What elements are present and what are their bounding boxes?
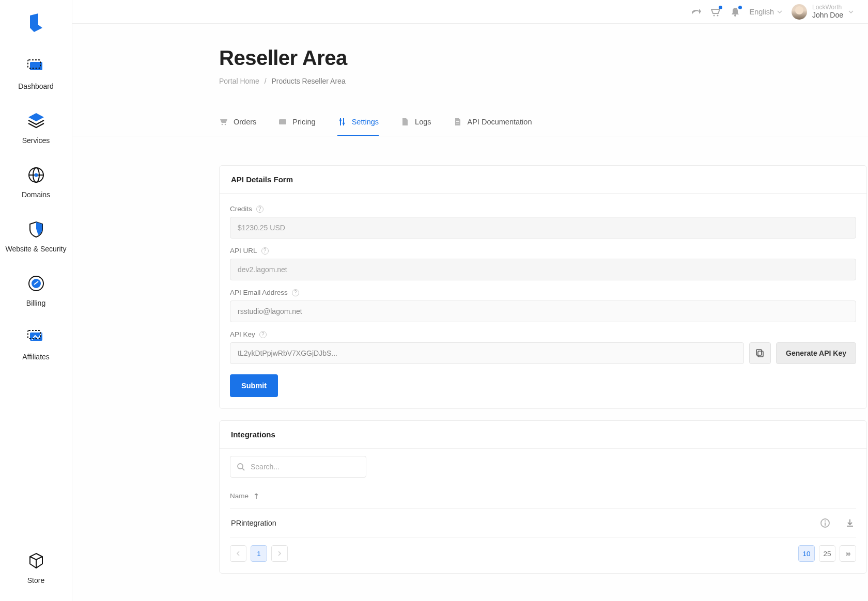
language-selector[interactable]: English bbox=[750, 8, 783, 16]
sidebar-item-label: Dashboard bbox=[18, 82, 54, 91]
card-title: API Details Form bbox=[220, 166, 866, 194]
page-size-10[interactable]: 10 bbox=[798, 545, 815, 562]
sidebar-item-label: Services bbox=[22, 136, 50, 146]
logo[interactable] bbox=[26, 12, 47, 33]
chevron-right-icon bbox=[277, 551, 282, 556]
affiliates-icon bbox=[25, 326, 47, 348]
api-details-card: API Details Form Credits ? API URL bbox=[219, 165, 867, 409]
submit-button[interactable]: Submit bbox=[230, 374, 278, 397]
tab-logs[interactable]: Logs bbox=[400, 109, 431, 136]
search-icon bbox=[237, 463, 245, 471]
chevron-down-icon bbox=[848, 9, 854, 14]
tab-api-docs[interactable]: API Documentation bbox=[453, 109, 532, 136]
copy-icon bbox=[755, 349, 765, 358]
sidebar-item-store[interactable]: Store bbox=[0, 543, 72, 601]
sidebar: Dashboard Services Domains Website & Sec… bbox=[0, 0, 72, 601]
chevron-left-icon bbox=[236, 551, 240, 556]
tab-settings[interactable]: Settings bbox=[337, 109, 379, 136]
cart-icon[interactable] bbox=[710, 7, 721, 17]
sidebar-item-domains[interactable]: Domains bbox=[0, 157, 72, 211]
svg-point-17 bbox=[343, 122, 345, 124]
copy-button[interactable] bbox=[749, 342, 771, 364]
sidebar-item-billing[interactable]: Billing bbox=[0, 265, 72, 320]
svg-point-14 bbox=[225, 124, 226, 125]
integration-name: PRintegration bbox=[231, 519, 276, 527]
breadcrumb-current: Products Reseller Area bbox=[271, 77, 345, 85]
generate-api-key-button[interactable]: Generate API Key bbox=[776, 342, 856, 364]
page-size-all[interactable]: ∞ bbox=[840, 545, 856, 562]
info-icon[interactable] bbox=[820, 518, 830, 528]
svg-rect-27 bbox=[847, 526, 853, 527]
svg-rect-18 bbox=[456, 121, 459, 122]
page-number[interactable]: 1 bbox=[251, 545, 267, 562]
user-menu[interactable]: LockWorth John Doe bbox=[792, 4, 854, 20]
sidebar-item-label: Domains bbox=[22, 190, 50, 200]
sidebar-item-label: Affiliates bbox=[22, 352, 50, 362]
tab-label: API Documentation bbox=[468, 118, 532, 126]
tab-label: Logs bbox=[415, 118, 431, 126]
api-key-label: API Key bbox=[230, 330, 255, 338]
svg-point-25 bbox=[825, 520, 826, 521]
help-icon[interactable]: ? bbox=[259, 331, 267, 338]
svg-point-11 bbox=[717, 14, 718, 16]
api-url-label: API URL bbox=[230, 247, 257, 255]
page-next[interactable] bbox=[271, 545, 288, 562]
billing-icon bbox=[25, 273, 47, 294]
search-input-wrapper bbox=[230, 456, 366, 478]
api-url-value bbox=[230, 259, 856, 280]
page-size-25[interactable]: 25 bbox=[819, 545, 835, 562]
svg-rect-26 bbox=[825, 523, 826, 526]
sidebar-item-website-security[interactable]: Website & Security bbox=[0, 211, 72, 265]
breadcrumb-home[interactable]: Portal Home bbox=[219, 77, 259, 85]
settings-icon bbox=[337, 117, 347, 126]
api-email-label: API Email Address bbox=[230, 289, 288, 296]
sidebar-item-dashboard[interactable]: Dashboard bbox=[0, 49, 72, 103]
tab-pricing[interactable]: Pricing bbox=[278, 109, 315, 136]
shield-icon bbox=[25, 218, 47, 240]
credits-label: Credits bbox=[230, 205, 252, 213]
download-icon[interactable] bbox=[845, 518, 855, 528]
avatar bbox=[792, 4, 807, 20]
chevron-down-icon bbox=[777, 9, 782, 14]
language-label: English bbox=[750, 8, 774, 16]
svg-point-22 bbox=[238, 464, 243, 469]
svg-rect-21 bbox=[756, 350, 762, 355]
domains-icon bbox=[25, 164, 47, 186]
sort-asc-icon bbox=[254, 493, 259, 499]
sidebar-item-affiliates[interactable]: Affiliates bbox=[0, 319, 72, 373]
pagination: 1 10 25 ∞ bbox=[230, 537, 856, 562]
tab-label: Orders bbox=[234, 118, 256, 126]
api-email-input[interactable] bbox=[230, 301, 856, 322]
pricing-icon bbox=[278, 117, 287, 126]
help-icon[interactable]: ? bbox=[261, 247, 269, 255]
breadcrumb: Portal Home / Products Reseller Area bbox=[219, 77, 868, 85]
help-icon[interactable]: ? bbox=[292, 289, 299, 296]
sidebar-item-label: Store bbox=[27, 576, 44, 586]
sidebar-item-label: Billing bbox=[26, 298, 45, 308]
bell-icon[interactable] bbox=[730, 7, 740, 17]
orders-icon bbox=[219, 117, 228, 126]
document-icon bbox=[453, 117, 462, 126]
sidebar-item-services[interactable]: Services bbox=[0, 103, 72, 157]
table-row: PRintegration bbox=[230, 508, 856, 531]
store-icon bbox=[25, 550, 47, 572]
svg-rect-20 bbox=[758, 351, 763, 357]
integrations-card: Integrations Name PRintegration bbox=[219, 420, 867, 574]
page-title: Reseller Area bbox=[219, 46, 868, 70]
help-icon[interactable]: ? bbox=[256, 205, 264, 213]
svg-point-13 bbox=[222, 124, 223, 125]
tabs: Orders Pricing Settings Logs bbox=[72, 109, 868, 136]
col-name[interactable]: Name bbox=[230, 492, 249, 500]
sidebar-item-label: Website & Security bbox=[5, 244, 66, 254]
tab-orders[interactable]: Orders bbox=[219, 109, 256, 136]
api-key-input[interactable] bbox=[230, 342, 744, 364]
dashboard-icon bbox=[25, 56, 47, 77]
share-icon[interactable] bbox=[691, 7, 701, 17]
tab-label: Settings bbox=[352, 118, 379, 126]
topbar: English LockWorth John Doe bbox=[72, 0, 868, 24]
search-input[interactable] bbox=[251, 463, 360, 471]
page-prev[interactable] bbox=[230, 545, 246, 562]
user-org: LockWorth bbox=[812, 4, 843, 11]
card-title: Integrations bbox=[220, 421, 866, 449]
user-name: John Doe bbox=[812, 11, 843, 20]
